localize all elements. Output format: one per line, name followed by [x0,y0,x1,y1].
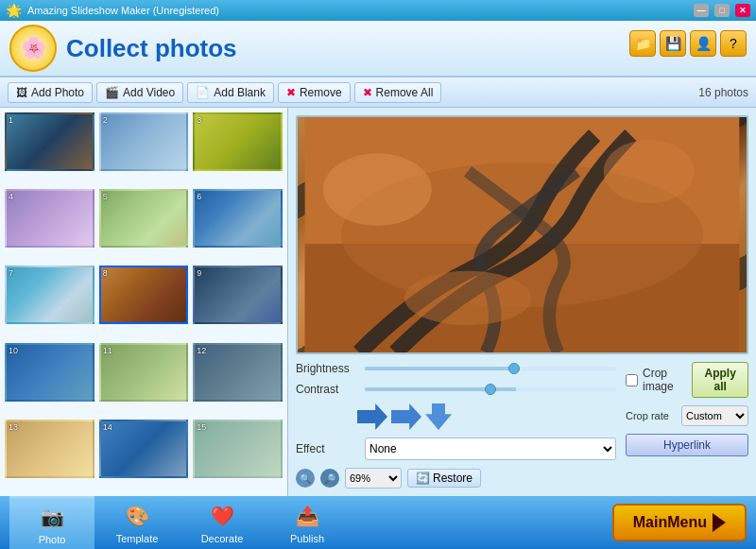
contrast-row: Contrast [296,383,616,396]
thumb-number-13: 13 [9,422,18,432]
decorate-nav-icon: ❤️ [207,501,237,531]
thumb-number-15: 15 [197,422,206,432]
thumbnail-13[interactable]: 13 [5,420,94,478]
add-blank-icon: 📄 [196,86,210,99]
photo-grid: 123456789101112131415 [0,108,287,496]
thumbnail-4[interactable]: 4 [5,189,94,248]
nav-template[interactable]: 🎨 Template [94,496,180,549]
thumbnail-7[interactable]: 7 [5,266,94,324]
bottom-nav: 📷 Photo 🎨 Template ❤️ Decorate 📤 Publish… [0,496,756,549]
right-panel: Brightness Contrast Effect None [288,108,756,496]
effect-select[interactable]: None Grayscale Sepia Blur Sharpen [365,437,616,460]
effect-row: Effect None Grayscale Sepia Blur Sharpen [296,437,616,460]
thumbnail-15[interactable]: 15 [193,420,283,478]
publish-nav-label: Publish [290,533,324,544]
zoom-out-icon[interactable]: 🔎 [320,469,339,488]
main-menu-button[interactable]: MainMenu [612,504,747,541]
add-photo-button[interactable]: 🖼 Add Photo [8,82,93,103]
window-title: Amazing Slideshow Maker (Unregistered) [27,5,688,16]
titlebar: 🌟 Amazing Slideshow Maker (Unregistered)… [0,0,756,21]
thumbnail-11[interactable]: 11 [99,343,189,402]
photo-panel: 123456789101112131415 [0,108,288,496]
crop-apply-row: Crop image Apply all [626,362,748,398]
brightness-label: Brightness [296,362,357,375]
thumbnail-2[interactable]: 2 [99,112,189,171]
crop-row: Crop image [626,367,682,393]
direction-icons-row [296,403,616,430]
add-video-icon: 🎬 [105,86,119,99]
croprate-label: Crop rate [626,410,678,421]
header: 🌸 Collect photos 📁 💾 👤 ? [0,21,756,77]
remove-all-icon: ✖ [363,86,372,99]
main-menu-label: MainMenu [633,514,707,531]
restore-label: Restore [433,472,472,485]
page-title: Collect photos [66,34,237,63]
add-video-label: Add Video [123,86,175,99]
crop-label: Crop image [643,367,682,393]
nav-publish[interactable]: 📤 Publish [265,496,350,549]
thumb-number-12: 12 [197,346,206,355]
restore-button[interactable]: 🔄 Restore [407,469,481,488]
zoom-select[interactable]: 50% 69% 75% 100% [345,468,402,489]
thumbnail-5[interactable]: 5 [99,189,189,248]
apply-all-button[interactable]: Apply all [692,362,748,398]
main-menu-arrow-icon [713,513,726,532]
nav-photo[interactable]: 📷 Photo [9,496,94,549]
thumbnail-6[interactable]: 6 [193,189,283,248]
thumb-number-10: 10 [9,346,18,355]
thumb-number-8: 8 [103,268,108,278]
preview-image [296,115,748,354]
contrast-label: Contrast [296,383,357,396]
toolbar: 🖼 Add Photo 🎬 Add Video 📄 Add Blank ✖ Re… [0,77,756,108]
remove-label: Remove [300,86,342,99]
add-photo-icon: 🖼 [16,86,27,99]
thumbnail-12[interactable]: 12 [193,343,283,402]
svg-point-5 [404,271,531,325]
hyperlink-button[interactable]: Hyperlink [626,434,748,456]
thumb-number-1: 1 [9,115,13,125]
add-photo-label: Add Photo [31,86,84,99]
thumbnail-9[interactable]: 9 [193,266,283,324]
main-content: 123456789101112131415 [0,108,756,496]
crop-checkbox[interactable] [626,374,638,386]
maximize-button[interactable]: □ [714,4,730,17]
croprate-select[interactable]: Custom 4:3 16:9 1:1 [681,405,748,426]
thumbnail-10[interactable]: 10 [5,343,94,402]
down-arrow-icon[interactable] [425,403,452,430]
add-video-button[interactable]: 🎬 Add Video [96,82,183,103]
template-nav-label: Template [116,533,159,544]
thumbnail-1[interactable]: 1 [5,112,94,171]
minimize-button[interactable]: — [694,4,709,17]
brightness-row: Brightness [296,362,616,375]
add-blank-button[interactable]: 📄 Add Blank [187,82,274,103]
app-logo: 🌸 [9,25,57,72]
thumbnail-3[interactable]: 3 [193,112,283,171]
controls-area: Brightness Contrast Effect None [296,362,748,489]
help-button[interactable]: ? [720,30,747,57]
publish-nav-icon: 📤 [292,501,322,531]
thumb-number-4: 4 [9,192,13,201]
thumbnail-14[interactable]: 14 [99,420,189,478]
contrast-slider[interactable] [365,387,616,391]
remove-all-button[interactable]: ✖ Remove All [354,82,442,103]
effect-label: Effect [296,442,357,455]
thumbnail-8[interactable]: 8 [99,266,189,324]
nav-decorate[interactable]: ❤️ Decorate [180,496,265,549]
left-arrow-icon[interactable] [357,403,387,430]
photo-nav-icon: 📷 [37,502,67,532]
brightness-slider[interactable] [365,367,616,370]
remove-all-label: Remove All [376,86,434,99]
close-button[interactable]: ✕ [735,4,750,17]
right-arrow-icon[interactable] [391,403,421,430]
remove-icon: ✖ [286,86,296,99]
user-button[interactable]: 👤 [690,30,716,57]
open-folder-button[interactable]: 📁 [629,30,656,57]
save-button[interactable]: 💾 [660,30,686,57]
restore-icon: 🔄 [416,472,430,485]
zoom-in-icon[interactable]: 🔍 [296,469,315,488]
svg-point-3 [323,153,432,226]
template-nav-icon: 🎨 [122,501,152,531]
remove-button[interactable]: ✖ Remove [278,82,351,103]
app-logo-small: 🌟 [6,3,22,18]
thumb-number-11: 11 [103,346,112,355]
